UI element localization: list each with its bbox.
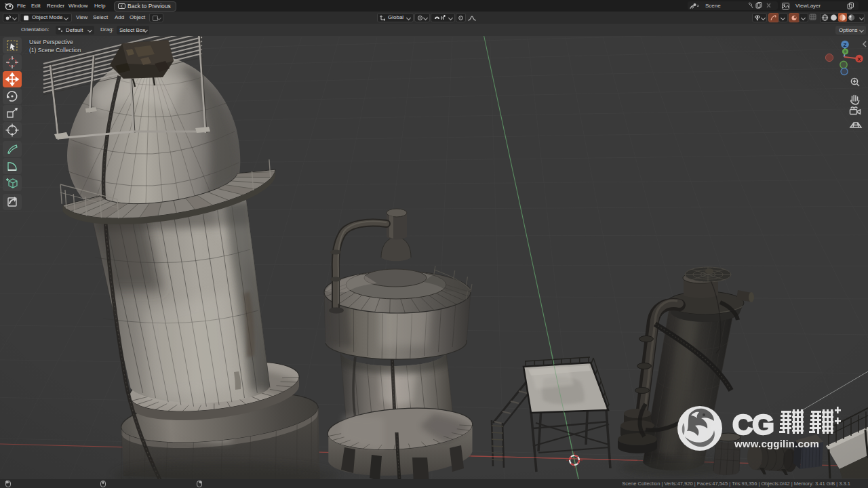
svg-text:X: X [857, 56, 861, 62]
svg-text:www.cggilin.com: www.cggilin.com [734, 438, 819, 449]
svg-text:CG: CG [732, 409, 774, 441]
svg-text:Z: Z [844, 42, 847, 48]
